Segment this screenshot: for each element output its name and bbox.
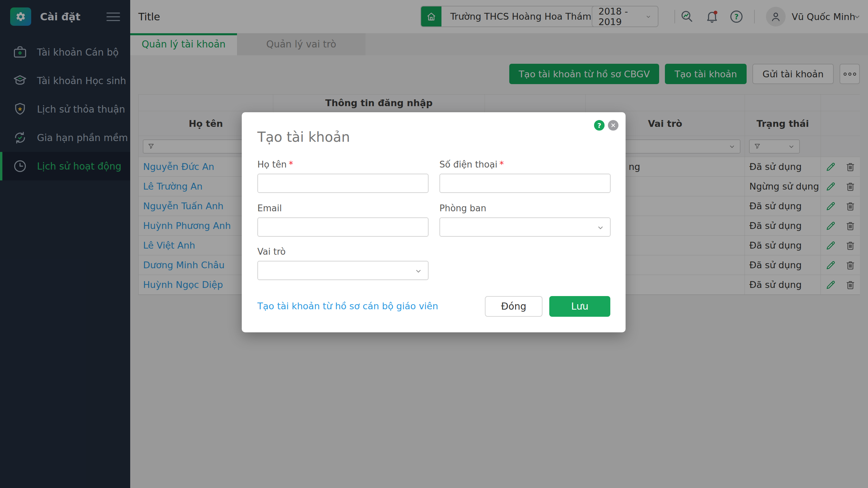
phone-field: Số điện thoại*: [439, 159, 611, 193]
department-label: Phòng ban: [439, 203, 611, 213]
required-mark: *: [499, 159, 504, 170]
department-field: Phòng ban: [439, 203, 611, 237]
required-mark: *: [289, 159, 293, 170]
create-account-modal: Tạo tài khoản ? Họ tên* Số điện thoại* E…: [242, 112, 626, 332]
modal-help-button[interactable]: ?: [594, 120, 605, 131]
phone-label: Số điện thoại*: [439, 159, 611, 170]
full-name-field: Họ tên*: [257, 159, 429, 193]
modal-title: Tạo tài khoản: [257, 129, 350, 145]
email-input[interactable]: [258, 218, 428, 236]
phone-input[interactable]: [440, 174, 610, 192]
email-field: Email: [257, 203, 429, 237]
role-label: Vai trò: [257, 247, 429, 257]
full-name-label: Họ tên*: [257, 159, 429, 170]
full-name-input[interactable]: [258, 174, 428, 192]
role-field: Vai trò: [257, 247, 429, 280]
create-from-teacher-profile-link[interactable]: Tạo tài khoản từ hồ sơ cán bộ giáo viên: [257, 301, 438, 311]
close-icon[interactable]: [608, 120, 618, 131]
app-window: Cài đặt Tài khoản Cán bộ: [0, 0, 868, 488]
modal-save-button[interactable]: Lưu: [549, 296, 610, 317]
role-select[interactable]: [257, 261, 429, 280]
modal-close-button[interactable]: Đóng: [485, 296, 542, 317]
department-select[interactable]: [439, 217, 611, 237]
email-label: Email: [257, 203, 429, 213]
